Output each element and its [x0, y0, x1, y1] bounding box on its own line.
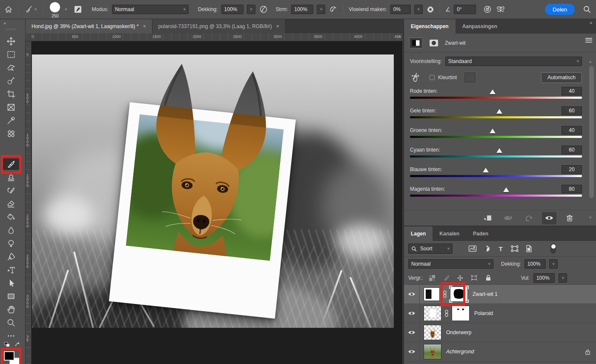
symmetry-butterfly-icon[interactable] — [496, 5, 506, 14]
zoom-tool[interactable] — [3, 317, 19, 328]
tool-preset-picker[interactable]: ˅ — [23, 4, 38, 15]
slider-track[interactable] — [410, 136, 582, 138]
view-previous-state-icon[interactable] — [501, 212, 516, 224]
trash-icon[interactable] — [562, 212, 577, 224]
foreground-background-swatches[interactable] — [4, 351, 21, 364]
foreground-color-swatch[interactable] — [4, 351, 14, 361]
layer-row-onderwerp[interactable]: Onderwerp — [404, 323, 596, 342]
visibility-eye-icon[interactable] — [542, 212, 556, 224]
properties-tab[interactable]: Eigenschappen — [404, 19, 456, 34]
eraser-tool[interactable] — [3, 198, 19, 209]
filter-shape-layers-icon[interactable] — [510, 244, 520, 253]
healing-brush-tool[interactable] — [3, 128, 19, 139]
properties-scrollbar[interactable]: ˄ ˅ — [589, 60, 595, 220]
layer-row-achtergrond[interactable]: Achtergrond — [404, 342, 596, 361]
rectangle-shape-tool[interactable] — [3, 290, 19, 302]
quick-selection-tool[interactable] — [3, 75, 19, 86]
visibility-eye-icon[interactable] — [404, 323, 420, 342]
fill-select[interactable]: 100% — [533, 273, 555, 283]
tint-checkbox[interactable] — [430, 75, 435, 80]
rectangular-marquee-tool[interactable] — [3, 49, 19, 60]
eyedropper-tool[interactable] — [3, 115, 19, 126]
lock-all-icon[interactable] — [483, 273, 493, 283]
filter-smart-objects-icon[interactable] — [524, 244, 534, 253]
dodge-tool[interactable] — [3, 238, 19, 249]
slider-thumb[interactable] — [490, 89, 496, 94]
auto-button[interactable]: Automatisch — [541, 72, 582, 83]
frame-tool[interactable] — [3, 101, 19, 113]
slider-thumb[interactable] — [490, 129, 496, 133]
angle-field[interactable]: 0° — [454, 5, 476, 14]
slider-value-field[interactable]: 40 — [562, 87, 582, 95]
mask-icon[interactable] — [427, 37, 441, 49]
chevron-down-icon[interactable]: ˅ — [65, 7, 67, 11]
swap-colors-icon[interactable] — [14, 342, 21, 347]
document-tab[interactable]: Hond.jpg @ 39% (Zwart-wit 1, Laagmasker/… — [26, 19, 152, 33]
reset-icon[interactable] — [522, 212, 536, 224]
slider-track[interactable] — [410, 116, 582, 118]
pressure-size-icon[interactable] — [483, 5, 492, 14]
visibility-eye-icon[interactable] — [404, 342, 420, 361]
slider-track[interactable] — [410, 195, 582, 197]
filter-type-select[interactable]: Soort˅ — [408, 244, 453, 254]
layer-mask-thumbnail[interactable] — [452, 306, 469, 321]
blur-tool[interactable] — [3, 224, 19, 236]
opacity-chevron[interactable]: ˅ — [549, 259, 558, 269]
pen-tool[interactable] — [3, 251, 19, 262]
close-icon[interactable]: × — [143, 23, 146, 29]
lock-artboard-icon[interactable] — [469, 273, 479, 283]
crop-tool[interactable] — [3, 88, 19, 100]
layers-tab[interactable]: Lagen — [404, 226, 433, 241]
slider-value-field[interactable]: 60 — [562, 106, 582, 115]
blend-mode-select[interactable]: Normaal˅ — [408, 259, 493, 269]
layers-tab[interactable]: Paden — [466, 226, 495, 241]
lasso-tool[interactable] — [3, 62, 19, 73]
black-white-adjustment-icon[interactable] — [409, 37, 423, 49]
filter-toggle-switch[interactable] — [550, 244, 556, 254]
targeted-adjustment-icon[interactable] — [410, 72, 420, 83]
slider-thumb[interactable] — [503, 187, 509, 192]
default-colors-icon[interactable] — [4, 342, 10, 347]
filter-pixel-layers-icon[interactable] — [467, 244, 478, 253]
opacity-select[interactable]: 100% — [524, 259, 546, 269]
properties-tab[interactable]: Aanpassingen — [456, 19, 504, 34]
search-icon[interactable] — [582, 5, 592, 14]
lock-position-icon[interactable] — [455, 273, 465, 283]
document-tab[interactable]: polaroid-7337191.png @ 33,3% (Laag 1, RG… — [152, 19, 286, 33]
layer-name[interactable]: Achtergrond — [446, 349, 474, 355]
pressure-opacity-icon[interactable] — [259, 5, 268, 14]
layer-row-polaroid[interactable]: Polaroid — [404, 304, 596, 323]
fill-chevron[interactable]: ˅ — [559, 273, 567, 283]
strm-chevron[interactable]: ˅ — [317, 5, 325, 14]
vloeiend-chevron[interactable]: ˅ — [414, 5, 423, 14]
layer-name[interactable]: Polaroid — [474, 310, 493, 316]
brush-size-picker[interactable]: 250 — [49, 1, 61, 20]
lock-pixels-icon[interactable] — [441, 273, 451, 283]
preset-select[interactable]: Standaard˅ — [445, 57, 582, 66]
slider-value-field[interactable]: 80 — [562, 185, 582, 193]
layer-name[interactable]: Onderwerp — [446, 330, 471, 335]
tint-color-swatch[interactable] — [464, 72, 476, 83]
dekking-chevron[interactable]: ˅ — [247, 5, 255, 14]
slider-thumb[interactable] — [496, 148, 502, 153]
layer-mask-thumbnail[interactable] — [450, 287, 467, 301]
more-tools-ellipsis-icon[interactable] — [3, 330, 19, 341]
airbrush-icon[interactable] — [329, 5, 338, 14]
history-brush-tool[interactable] — [3, 185, 19, 196]
slider-value-field[interactable]: 40 — [562, 126, 582, 135]
filter-adjustment-layers-icon[interactable] — [481, 244, 492, 253]
dekking-select[interactable]: 100% — [221, 5, 244, 14]
slider-value-field[interactable]: 20 — [562, 165, 582, 174]
hand-tool[interactable] — [3, 304, 19, 315]
layer-thumbnail[interactable] — [424, 325, 441, 340]
brush-tool[interactable] — [3, 158, 19, 170]
type-tool[interactable] — [3, 264, 19, 275]
layer-name[interactable]: Zwart-wit 1 — [473, 291, 498, 297]
clip-to-layer-icon[interactable] — [481, 212, 495, 224]
modus-select[interactable]: Normaal˅ — [112, 5, 189, 14]
ruler-collapse-icon[interactable]: ˄ — [398, 34, 401, 39]
strm-select[interactable]: 100% — [291, 5, 313, 14]
path-selection-tool[interactable] — [3, 277, 19, 289]
vloeiend-select[interactable]: 0% — [390, 5, 411, 14]
scrollbar-thumb[interactable] — [589, 66, 594, 198]
